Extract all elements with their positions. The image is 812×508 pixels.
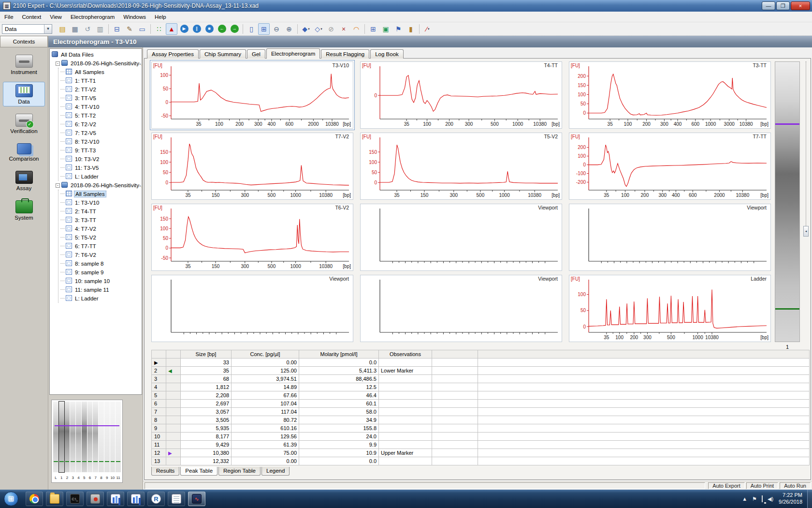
tab-gel[interactable]: Gel: [247, 49, 265, 59]
tray-expand-icon[interactable]: ▲: [742, 496, 747, 502]
tab-log-book[interactable]: Log Book: [370, 49, 404, 59]
gel-thumb-lane-6[interactable]: [87, 402, 93, 472]
table-row[interactable]: 119,42961.399.9: [152, 441, 810, 449]
taskbar-r-app[interactable]: R: [147, 492, 165, 506]
forward-button[interactable]: →: [229, 23, 240, 35]
tab-result-flagging[interactable]: Result Flagging: [321, 49, 369, 59]
taskbar-chart-app-2[interactable]: [127, 492, 145, 506]
menu-electropherogram[interactable]: Electropherogram: [66, 13, 119, 21]
status-auto-export[interactable]: Auto Export: [708, 482, 744, 489]
table-row[interactable]: 1312,3320.000.0: [152, 457, 810, 465]
slide-view-button[interactable]: ▭: [136, 23, 148, 35]
vertical-splitter[interactable]: ◂: [803, 61, 810, 342]
gel-thumb-lane-5[interactable]: [82, 402, 87, 472]
gel-thumb-lane-8[interactable]: [99, 402, 104, 472]
line-style-button[interactable]: ∕▾: [422, 23, 434, 35]
taskbar-explorer[interactable]: [46, 492, 63, 506]
maximize-button[interactable]: ❐: [776, 1, 790, 10]
sidebar-item-verification[interactable]: Verification: [3, 111, 45, 136]
bottom-tab-results[interactable]: Results: [151, 467, 179, 476]
overlay-button[interactable]: ◠: [350, 23, 362, 35]
table-row[interactable]: 62,697107.0460.1: [152, 400, 810, 408]
table-row[interactable]: 52,20867.6646.4: [152, 391, 810, 400]
tree-view-button[interactable]: ⊟: [111, 23, 123, 35]
tree-item[interactable]: 4: T7-V2: [60, 224, 142, 233]
tree-item[interactable]: 3: T3-TT: [60, 216, 142, 224]
tab-chip-summary[interactable]: Chip Summary: [200, 49, 246, 59]
sidebar-item-comparison[interactable]: Comparison: [3, 141, 45, 164]
context-selector[interactable]: Data ▼: [2, 24, 52, 34]
tab-electropherogram[interactable]: Electropherogram: [266, 48, 320, 59]
tree-file-1[interactable]: -2018-09-26-High-Sensitivity-...: [56, 59, 142, 68]
taskbar-chrome[interactable]: [26, 492, 43, 506]
back-button[interactable]: ←: [216, 23, 228, 35]
tree-item[interactable]: 10: sample 10: [60, 277, 142, 285]
start-button[interactable]: ⊞: [4, 492, 18, 506]
annotation-button[interactable]: ⊘: [325, 23, 337, 35]
tree-file-2[interactable]: -2018-09-26-High-Sensitivity-...: [56, 181, 142, 190]
sidebar-item-data[interactable]: Data: [3, 82, 45, 106]
well-selector-button[interactable]: ∷: [153, 23, 165, 35]
status-auto-run[interactable]: Auto Run: [780, 482, 811, 489]
table-row[interactable]: ▶330.000.0: [152, 359, 810, 367]
electropherogram-view-button[interactable]: ▲: [166, 23, 177, 35]
menu-help[interactable]: Help: [150, 13, 171, 21]
edit-info-button[interactable]: ✎: [124, 23, 135, 35]
sidebar-item-instrument[interactable]: Instrument: [3, 52, 45, 77]
chart-viewport[interactable]: Viewport: [569, 204, 771, 271]
table-row[interactable]: 41,81214.8912.5: [152, 383, 810, 391]
chart-t4-tt[interactable]: 035100200300500100010380[bp][FU]T4-TT: [360, 61, 562, 129]
taskbar-document-app[interactable]: [168, 492, 185, 506]
gel-thumb-lane-9[interactable]: [104, 402, 110, 472]
taskbar-chart-app-1[interactable]: [107, 492, 124, 506]
expander-icon[interactable]: -: [56, 183, 60, 188]
volume-icon[interactable]: ◀): [768, 496, 773, 502]
bottom-tab-legend[interactable]: Legend: [261, 467, 290, 476]
tree-item[interactable]: 10: T3-V2: [60, 155, 142, 164]
undo-button[interactable]: ↺: [82, 23, 93, 35]
chart-t3-v10[interactable]: -5005010035100200300400600200010380[bp][…: [151, 61, 353, 129]
manual-integration-button[interactable]: ◆▾: [300, 23, 312, 35]
gel-thumb-lane-7[interactable]: [93, 402, 98, 472]
sidebar-item-system[interactable]: System: [3, 198, 45, 223]
show-desktop-button[interactable]: [807, 490, 812, 508]
expander-icon[interactable]: -: [56, 61, 60, 66]
gel-thumb-lane-4[interactable]: [76, 402, 81, 472]
chart-t3-tt[interactable]: 0501001502003510020030040060010003000103…: [569, 61, 771, 129]
close-button[interactable]: ×: [791, 1, 810, 10]
zoom-in-button[interactable]: ⊕: [283, 23, 295, 35]
splitter-collapse-button[interactable]: ◂: [803, 226, 809, 237]
taskbar-clock[interactable]: 7:22 PM 9/26/2018: [779, 492, 802, 506]
table-row[interactable]: 108,177129.5624.0: [152, 433, 810, 441]
tree-item[interactable]: L: Ladder: [60, 294, 142, 303]
gel-thumb-lane-2[interactable]: [65, 402, 70, 472]
tree-item[interactable]: 2: TT-V2: [60, 85, 142, 94]
gel-lane-strip[interactable]: [775, 61, 800, 342]
tree-item[interactable]: 2: T4-TT: [60, 207, 142, 216]
table-row[interactable]: 83,50580.7234.9: [152, 416, 810, 424]
data-table-button[interactable]: ⊞: [367, 23, 379, 35]
tree-item[interactable]: 5: TT-T2: [60, 111, 142, 120]
table-row[interactable]: 73,057117.0458.0: [152, 408, 810, 416]
tab-assay-properties[interactable]: Assay Properties: [147, 49, 199, 59]
gel-thumb-lane-l[interactable]: [53, 402, 58, 472]
gel-thumb-lane-11[interactable]: [116, 402, 121, 472]
tree-item[interactable]: 9: sample 9: [60, 268, 142, 277]
tree-item[interactable]: 4: TT-V10: [60, 103, 142, 111]
grid-view-button[interactable]: ⊞: [258, 23, 270, 35]
table-row[interactable]: 2◀35125.005,411.3Lower Marker: [152, 367, 810, 375]
bottom-tab-peak-table[interactable]: Peak Table: [180, 467, 218, 476]
play-button[interactable]: ▶: [178, 23, 190, 35]
zoom-out-button[interactable]: ⊖: [271, 23, 282, 35]
tree-item[interactable]: 9: TT-T3: [60, 146, 142, 155]
gel-thumb-lane-1[interactable]: [59, 402, 64, 472]
menu-windows[interactable]: Windows: [119, 13, 150, 21]
tree-item[interactable]: 7: T2-V5: [60, 129, 142, 137]
tree-item[interactable]: 1: T3-V10: [60, 198, 142, 207]
tree-item[interactable]: 11: T3-V5: [60, 164, 142, 172]
taskbar-media-player[interactable]: [87, 492, 104, 506]
tree-item[interactable]: 8: sample 8: [60, 259, 142, 268]
export-data-button[interactable]: ⚑: [392, 23, 404, 35]
chart-t7-v2[interactable]: 05010015035150300500100010380[bp][FU]T7-…: [151, 133, 353, 200]
open-file-button[interactable]: ▤: [57, 23, 68, 35]
